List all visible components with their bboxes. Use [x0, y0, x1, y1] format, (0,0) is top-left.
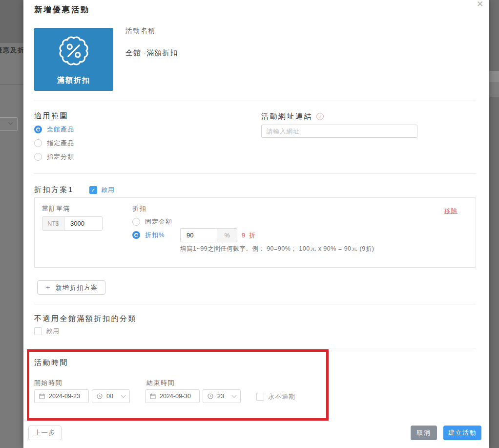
chevron-down-icon	[8, 120, 13, 125]
discount-percent-input-group: %	[180, 228, 237, 242]
radio-icon	[34, 153, 42, 161]
chevron-down-icon	[121, 393, 126, 398]
radio-label: 指定分類	[47, 152, 74, 161]
radio-label: 指定產品	[47, 139, 74, 148]
min-order-label: 當訂單滿	[42, 204, 70, 213]
currency-prefix: NT$	[42, 217, 64, 230]
discount-label: 折扣	[132, 204, 146, 213]
start-date-picker[interactable]: 2024-09-23	[34, 389, 89, 403]
discount-percent-input[interactable]	[180, 228, 217, 242]
remove-plan-link[interactable]: 移除	[444, 207, 457, 215]
scope-option-specific-categories[interactable]: 指定分類	[34, 152, 74, 161]
background-page-title: 優惠及折	[0, 46, 23, 55]
enable-label: 啟用	[101, 186, 115, 194]
start-time-label: 開始時間	[34, 379, 62, 387]
radio-selected-icon	[132, 231, 140, 239]
divider	[34, 304, 476, 304]
background-band	[489, 82, 499, 97]
radio-selected-icon	[34, 126, 42, 133]
never-expire-label: 永不過期	[268, 392, 295, 401]
activity-name-label: 活動名稱	[125, 26, 156, 35]
modal-title: 新增優惠活動	[34, 5, 90, 15]
add-discount-plan-button[interactable]: ＋ 新增折扣方案	[37, 280, 105, 295]
discount-helper-text: 填寫1~99之間任何數字。例： 90=90%； 100元 x 90% = 90元…	[180, 245, 374, 253]
start-hour-value: 00	[106, 393, 113, 400]
never-expire-row: 永不過期	[256, 392, 295, 401]
clock-icon	[97, 393, 103, 399]
schedule-heading: 活動時間	[34, 358, 68, 367]
dimmed-background-right	[489, 0, 499, 448]
end-date-value: 2024-09-30	[160, 393, 191, 400]
create-promotion-modal: 新增優惠活動 ✕ 滿額折扣 活動名稱 全館 -滿額折扣 適用範圍 全館產品 指定…	[23, 0, 489, 448]
percent-suffix: %	[217, 228, 237, 242]
url-link-label: 活動網址連結	[261, 112, 312, 121]
info-icon[interactable]: i	[316, 113, 324, 120]
radio-label: 全館產品	[47, 125, 74, 134]
scope-heading: 適用範圍	[34, 111, 68, 121]
background-band	[489, 71, 499, 82]
radio-label: 固定金額	[145, 217, 172, 226]
clock-icon	[208, 393, 213, 399]
add-plan-button-label: 新增折扣方案	[56, 283, 98, 292]
calendar-icon	[150, 393, 156, 399]
radio-label: 折扣%	[145, 231, 165, 239]
discount-plan-heading: 折扣方案1	[34, 185, 74, 194]
calendar-icon	[39, 393, 45, 399]
excluded-categories-enable-row: 啟用	[34, 327, 60, 336]
divider	[34, 348, 476, 348]
divider	[34, 173, 476, 174]
discount-plan-heading-row: 折扣方案1 ✓ 啟用	[34, 185, 115, 194]
enable-label: 啟用	[46, 327, 60, 336]
dimmed-background-left: 優惠及折	[0, 0, 23, 448]
promo-type-tile[interactable]: 滿額折扣	[34, 28, 113, 91]
url-link-heading: 活動網址連結 i	[261, 112, 324, 121]
activity-name-value: 全館 -滿額折扣	[125, 48, 178, 58]
min-order-input[interactable]	[64, 217, 102, 230]
promo-type-label: 滿額折扣	[34, 76, 113, 85]
url-input[interactable]	[261, 125, 417, 138]
enable-checkbox-checked[interactable]: ✓	[89, 186, 97, 194]
create-activity-button[interactable]: 建立活動	[443, 426, 481, 440]
end-date-picker[interactable]: 2024-09-30	[145, 389, 200, 403]
plus-icon: ＋	[44, 283, 52, 292]
discount-plan-box: 當訂單滿 NT$ 移除 折扣 固定金額 折扣% % 9 折 填寫1~99之間任何…	[34, 197, 476, 268]
radio-icon	[132, 218, 140, 226]
start-date-value: 2024-09-23	[49, 393, 80, 400]
divider	[0, 84, 23, 85]
excluded-categories-heading: 不適用全館滿額折扣的分類	[34, 314, 137, 323]
radio-icon	[34, 139, 42, 147]
never-expire-checkbox[interactable]	[256, 393, 264, 401]
min-order-input-group: NT$	[42, 216, 103, 231]
screen: 優惠及折 新增優惠活動 ✕ 滿額折扣 活動名稱 全館 -滿額折扣 適用範圍	[0, 0, 499, 448]
end-time-label: 結束時間	[146, 379, 175, 387]
background-dropdown[interactable]	[0, 117, 18, 131]
scope-option-all-products[interactable]: 全館產品	[34, 125, 74, 134]
start-hour-select[interactable]: 00	[92, 389, 130, 403]
close-icon[interactable]: ✕	[474, 0, 486, 10]
enable-checkbox-unchecked[interactable]	[34, 327, 42, 335]
discount-option-percent[interactable]: 折扣%	[132, 231, 165, 239]
divider	[34, 101, 476, 101]
back-button[interactable]: 上一步	[28, 426, 62, 440]
discount-option-fixed-amount[interactable]: 固定金額	[132, 217, 172, 226]
background-topbar	[0, 0, 23, 43]
end-hour-value: 23	[217, 393, 224, 400]
percent-badge-icon	[58, 35, 90, 67]
scope-option-specific-products[interactable]: 指定產品	[34, 139, 74, 148]
chevron-down-icon	[232, 393, 237, 398]
cancel-button[interactable]: 取消	[411, 426, 437, 440]
end-hour-select[interactable]: 23	[203, 389, 241, 403]
discount-result-label: 9 折	[242, 231, 256, 240]
